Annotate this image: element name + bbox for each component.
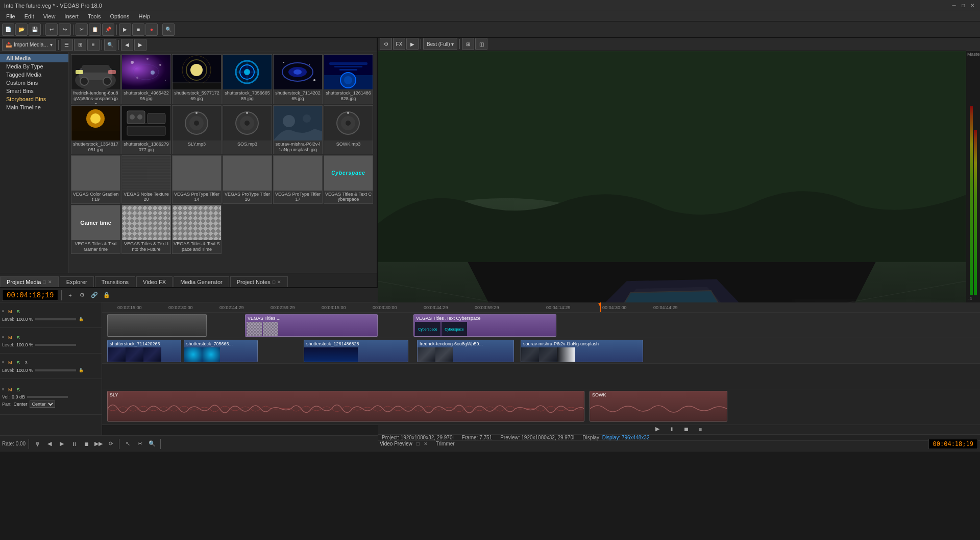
audio-seg-sly[interactable]: SLY (107, 391, 584, 421)
edit-tool[interactable]: ✂ (135, 439, 145, 449)
track-2-seg-1[interactable]: shutterstock_711420265 (107, 340, 181, 362)
thumb-3[interactable]: shutterstock_597717269.jpg (172, 54, 222, 104)
undo-btn[interactable]: ↩ (45, 24, 58, 36)
view-details-btn[interactable]: ≡ (87, 39, 100, 51)
tree-smart-bins[interactable]: Smart Bins (0, 87, 68, 95)
stop-btn[interactable]: ■ (132, 24, 144, 36)
thumb-protype-14[interactable]: VEGAS ProType Titler 14 (172, 155, 222, 204)
maximize-btn[interactable]: □ (960, 2, 967, 9)
audio-track-solo[interactable]: S (15, 386, 22, 393)
preview-settings-btn[interactable]: ⚙ (380, 38, 392, 50)
menu-options[interactable]: Options (106, 12, 134, 20)
thumb-noise-texture[interactable]: VEGAS Noise Texture 20 (121, 155, 171, 204)
next-btn[interactable]: ▶ (134, 39, 146, 51)
track-2-seg-4[interactable]: fredrick-tendong-6ou8gWp59... (417, 340, 514, 362)
track-2-level-slider[interactable] (35, 344, 76, 346)
split-btn[interactable]: ◫ (475, 38, 487, 50)
minimize-btn[interactable]: ─ (950, 2, 958, 9)
thumb-protype-16[interactable]: VEGAS ProType Titler 16 (223, 155, 272, 204)
tab-project-media[interactable]: Project Media □ ✕ (0, 276, 59, 287)
thumb-into-future[interactable]: VEGAS Titles & Text Into the Future (121, 205, 171, 254)
tree-tagged-media[interactable]: Tagged Media (0, 71, 68, 79)
preview-preview-btn[interactable]: ▶ (406, 38, 419, 50)
import-media-btn[interactable]: 📥 Import Media... ▾ (2, 39, 56, 51)
redo-btn[interactable]: ↪ (59, 24, 71, 36)
open-btn[interactable]: 📂 (15, 24, 28, 36)
track-3-mute[interactable]: M (7, 359, 14, 366)
tab-explorer[interactable]: Explorer (60, 276, 94, 287)
transport-play-btn[interactable]: ▶ (57, 439, 67, 449)
tl-settings[interactable]: ⚙ (77, 290, 87, 300)
thumb-2[interactable]: shutterstock_496542295.jpg (121, 54, 171, 104)
tab-transitions[interactable]: Transitions (95, 276, 135, 287)
zoom-btn[interactable]: 🔍 (162, 24, 175, 36)
tab-project-notes[interactable]: Project Notes □ ✕ (230, 276, 288, 287)
thumb-5[interactable]: shutterstock_711420265.jpg (273, 54, 323, 104)
tree-all-media[interactable]: All Media (0, 54, 68, 62)
filter-btn[interactable]: 🔍 (104, 39, 116, 51)
track-1-level-slider[interactable] (35, 318, 76, 320)
video-preview-tab[interactable]: Video Preview (380, 441, 412, 447)
track-2-seg-2[interactable]: shutterstock_705666... (184, 340, 258, 362)
thumb-7[interactable]: shutterstock_1354817051.jpg (71, 105, 120, 154)
preview-fx-btn[interactable]: FX (393, 38, 405, 50)
quality-dropdown[interactable]: Best (Full) ▾ (423, 38, 457, 50)
paste-btn[interactable]: 📌 (102, 24, 114, 36)
tl-lock[interactable]: 🔒 (102, 290, 112, 300)
tab-project-media-x[interactable]: ✕ (48, 279, 52, 285)
thumb-space-time[interactable]: VEGAS Titles & Text Space and Time (172, 205, 222, 254)
track-3-solo[interactable]: S (15, 359, 22, 366)
track-2-seg-3[interactable]: shutterstock_1261486828 (304, 340, 408, 362)
tree-media-by-type[interactable]: Media By Type (0, 62, 68, 71)
thumb-gamer-time[interactable]: Gamer time VEGAS Titles & Text Gamer tim… (71, 205, 120, 254)
tab-notes-x[interactable]: ✕ (277, 279, 281, 285)
thumb-sourav[interactable]: sourav-mishra-P6i2v-l1aNg-unsplash.jpg (273, 105, 323, 154)
tree-main-timeline[interactable]: Main Timeline (0, 103, 68, 111)
tree-custom-bins[interactable]: Custom Bins (0, 79, 68, 87)
thumb-6[interactable]: shutterstock_1261486828.jpg (324, 54, 373, 104)
tab-media-generator[interactable]: Media Generator (174, 276, 229, 287)
overlay-btn[interactable]: ⊞ (462, 38, 474, 50)
save-btn[interactable]: 💾 (29, 24, 41, 36)
thumb-audio-sowk[interactable]: SOWK.mp3 (324, 105, 373, 154)
copy-btn[interactable]: 📋 (89, 24, 101, 36)
preview-tab-x-btn[interactable]: ✕ (424, 441, 428, 447)
track-3-level-slider[interactable] (35, 369, 76, 371)
prev-frame-btn[interactable]: ◀ (44, 439, 55, 449)
next-frame-btn[interactable]: ▶▶ (93, 439, 104, 449)
prev-btn[interactable]: ◀ (121, 39, 133, 51)
thumb-audio-sos[interactable]: SOS.mp3 (223, 105, 272, 154)
tree-storyboard-bins[interactable]: Storyboard Bins (0, 95, 68, 103)
track-1-seg-0[interactable] (107, 314, 207, 337)
pan-select[interactable]: Center Left Right (30, 401, 55, 408)
menu-insert[interactable]: Insert (60, 12, 83, 20)
menu-view[interactable]: View (39, 12, 60, 20)
audio-vol-slider[interactable] (27, 396, 68, 398)
loop-region-btn[interactable]: ⟳ (106, 439, 116, 449)
thumb-protype-17[interactable]: VEGAS ProType Titler 17 (273, 155, 323, 204)
view-list-btn[interactable]: ☰ (61, 39, 73, 51)
track-3-lock-btn[interactable]: 🔒 (78, 367, 84, 373)
track-2-seg-5[interactable]: sourav-mishra-P6i2v-l1aNg-unsplash (521, 340, 643, 362)
trimmer-tab[interactable]: Trimmer (436, 441, 455, 447)
preview-tab-close-btn[interactable]: □ (416, 441, 420, 447)
record-btn[interactable]: ● (145, 24, 158, 36)
track-1-seg-titles-future[interactable]: VEGAS Titles ... (245, 314, 378, 337)
play-btn[interactable]: ▶ (119, 24, 131, 36)
tl-add-track[interactable]: + (65, 290, 75, 300)
track-1-solo[interactable]: S (15, 308, 22, 315)
transport-stop-btn[interactable]: ⏹ (81, 439, 91, 449)
transport-pause-btn[interactable]: ⏸ (69, 439, 79, 449)
tab-notes-close[interactable]: □ (273, 279, 275, 285)
view-thumb-btn[interactable]: ⊞ (74, 39, 86, 51)
close-btn[interactable]: ✕ (969, 2, 976, 9)
thumb-cyberspace[interactable]: Cyberspace VEGAS Titles & Text Cyberspac… (324, 155, 373, 204)
track-2-mute[interactable]: M (7, 334, 14, 341)
select-tool[interactable]: ↖ (122, 439, 133, 449)
track-1-lock-btn[interactable]: 🔒 (78, 316, 84, 322)
thumb-1[interactable]: fredrick-tendong-6ou8gWp59ns-unsplash.jp… (71, 54, 120, 104)
tl-snap[interactable]: 🔗 (89, 290, 100, 300)
tab-project-media-close[interactable]: □ (43, 279, 45, 285)
thumb-8[interactable]: shutterstock_1386279077.jpg (121, 105, 171, 154)
menu-tools[interactable]: Tools (84, 12, 105, 20)
